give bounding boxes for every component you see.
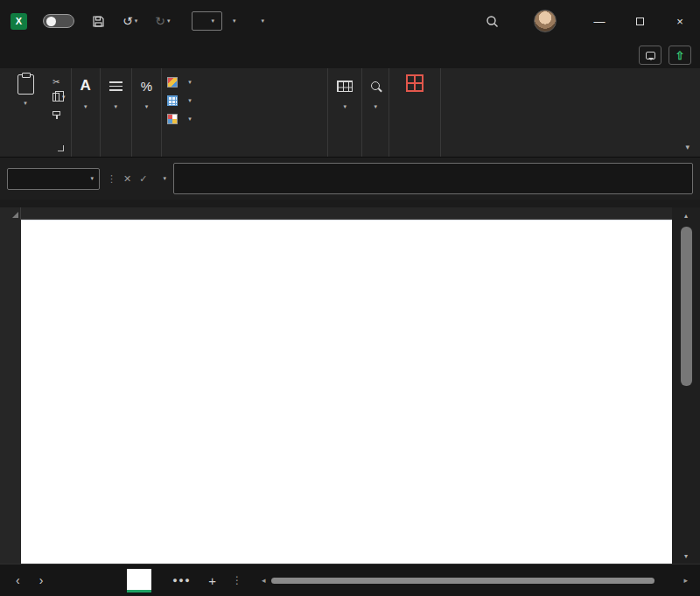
sheet-region: ▴ ▾	[0, 200, 700, 564]
collapse-ribbon-icon[interactable]: ▾	[685, 143, 690, 151]
comments-button[interactable]	[639, 46, 662, 65]
alignment-group-button[interactable]: ▾	[101, 68, 132, 157]
chevron-down-icon: ▾	[374, 103, 377, 110]
paste-icon	[18, 74, 34, 95]
scroll-up-icon[interactable]: ▴	[684, 209, 688, 221]
format-as-table-button[interactable]: ▾	[167, 91, 192, 109]
alignment-icon	[109, 81, 122, 91]
scroll-left-icon[interactable]: ◂	[262, 576, 266, 585]
grid[interactable]	[21, 220, 672, 564]
sheet-options-button[interactable]: ⋮	[232, 574, 242, 586]
toggle-knob	[46, 17, 56, 26]
vertical-scroll-thumb[interactable]	[681, 227, 692, 386]
add-ins-icon	[406, 74, 424, 92]
cells-group-button[interactable]: ▾	[328, 68, 362, 157]
comment-icon	[646, 52, 655, 60]
conditional-formatting-button[interactable]: ▾	[167, 73, 192, 91]
scissors-icon: ✂	[52, 77, 60, 87]
copy-button[interactable]: ▾	[52, 92, 66, 102]
chevron-down-icon: ▾	[188, 79, 192, 86]
save-icon	[92, 15, 105, 28]
chevron-down-icon: ▾	[212, 18, 215, 25]
number-group-button[interactable]: % ▾	[132, 68, 162, 157]
conditional-formatting-icon	[167, 77, 178, 88]
chevron-down-icon: ▾	[163, 175, 166, 182]
sheet-nav-left-icon[interactable]: ‹	[16, 573, 20, 587]
horizontal-scroll-thumb[interactable]	[271, 578, 654, 584]
close-button[interactable]: ×	[660, 0, 700, 42]
document-title[interactable]: ▾	[257, 18, 265, 25]
addins-group	[389, 68, 441, 157]
formula-bar-handle[interactable]: ⋮	[107, 173, 116, 185]
chevron-down-icon: ▾	[167, 18, 171, 25]
chevron-down-icon: ▾	[188, 116, 192, 123]
minimize-button[interactable]: —	[579, 0, 620, 42]
more-sheets-button[interactable]: ●●●	[172, 576, 191, 585]
cancel-icon[interactable]: ✕	[123, 173, 131, 185]
font-icon: A	[80, 77, 91, 95]
titlebar: X ↺▾ ↻▾ ▾ ▾ ▾ — ×	[0, 0, 700, 42]
chevron-down-icon: ▾	[188, 97, 192, 104]
paste-button[interactable]: ▾	[5, 73, 46, 107]
search-icon	[486, 15, 499, 28]
ribbon: ▾ ✂ ▾ A ▾ ▾ % ▾	[0, 68, 700, 158]
percent-icon: %	[141, 79, 152, 94]
name-box[interactable]: ▾	[7, 168, 100, 190]
avatar[interactable]	[534, 10, 556, 32]
chevron-down-icon: ▾	[343, 103, 346, 110]
chevron-down-icon: ▾	[145, 103, 149, 110]
sheet-tab-clean-data[interactable]	[88, 569, 113, 592]
formula-input[interactable]	[173, 163, 693, 194]
chevron-down-icon: ▾	[135, 18, 138, 25]
select-all-corner[interactable]	[0, 207, 21, 220]
scroll-right-icon[interactable]: ▸	[683, 576, 688, 585]
sheet-nav-right-icon[interactable]: ›	[39, 573, 44, 587]
format-painter-button[interactable]	[52, 108, 66, 118]
horizontal-scroll-track[interactable]	[270, 577, 678, 585]
editing-icon	[371, 81, 380, 90]
chevron-down-icon: ▾	[24, 100, 27, 107]
search-button[interactable]	[486, 15, 499, 28]
gallery-chevron-icon[interactable]: ▾	[233, 18, 236, 25]
chevron-down-icon: ▾	[262, 18, 265, 25]
cell-styles-button[interactable]: ▾	[167, 109, 192, 128]
vertical-scrollbar[interactable]: ▴ ▾	[672, 207, 700, 564]
scroll-down-icon[interactable]: ▾	[684, 550, 688, 562]
sheet-tab-bar: ‹ › ●●● + ⋮ ◂ ▸	[0, 564, 700, 596]
cells-icon	[337, 81, 353, 92]
sheet-tab-metrics[interactable]	[127, 569, 151, 592]
redo-icon: ↻	[155, 14, 165, 28]
copy-icon	[52, 93, 60, 102]
chevron-down-icon: ▾	[84, 103, 88, 110]
cell-styles-icon	[167, 114, 178, 124]
format-painter-icon	[52, 111, 60, 116]
excel-logo-icon: X	[10, 13, 27, 30]
formula-bar: ▾ ⋮ ✕ ✓ ▾	[0, 158, 700, 200]
share-button[interactable]: ⇧	[668, 46, 691, 65]
add-sheet-button[interactable]: +	[208, 573, 216, 588]
save-button[interactable]	[92, 15, 105, 28]
chevron-down-icon: ▾	[115, 103, 118, 110]
clipboard-group: ▾ ✂ ▾	[0, 68, 72, 157]
add-ins-button[interactable]	[395, 73, 435, 95]
chevron-down-icon: ▾	[90, 175, 94, 182]
undo-icon: ↺	[122, 14, 133, 28]
share-icon: ⇧	[676, 49, 685, 62]
styles-group: ▾ ▾ ▾	[162, 68, 328, 157]
autosave-toggle[interactable]	[43, 14, 74, 28]
dialog-launcher-icon[interactable]	[58, 145, 64, 151]
cut-button[interactable]: ✂	[52, 76, 66, 87]
format-as-table-icon	[167, 95, 178, 106]
maximize-icon	[636, 18, 644, 25]
excel-window: X ↺▾ ↻▾ ▾ ▾ ▾ — × ⇧	[0, 0, 700, 596]
horizontal-scrollbar[interactable]: ◂ ▸	[262, 576, 688, 585]
maximize-button[interactable]	[620, 0, 660, 42]
vertical-scroll-track[interactable]	[681, 221, 692, 550]
font-group-button[interactable]: A ▾	[72, 68, 101, 157]
redo-button[interactable]: ↻▾	[155, 14, 170, 28]
number-format-dropdown[interactable]: ▾	[192, 11, 223, 31]
undo-button[interactable]: ↺▾	[122, 14, 137, 28]
editing-group-button[interactable]: ▾	[362, 68, 389, 157]
accept-icon[interactable]: ✓	[139, 173, 147, 185]
ribbon-tab-strip: ⇧	[0, 42, 700, 68]
